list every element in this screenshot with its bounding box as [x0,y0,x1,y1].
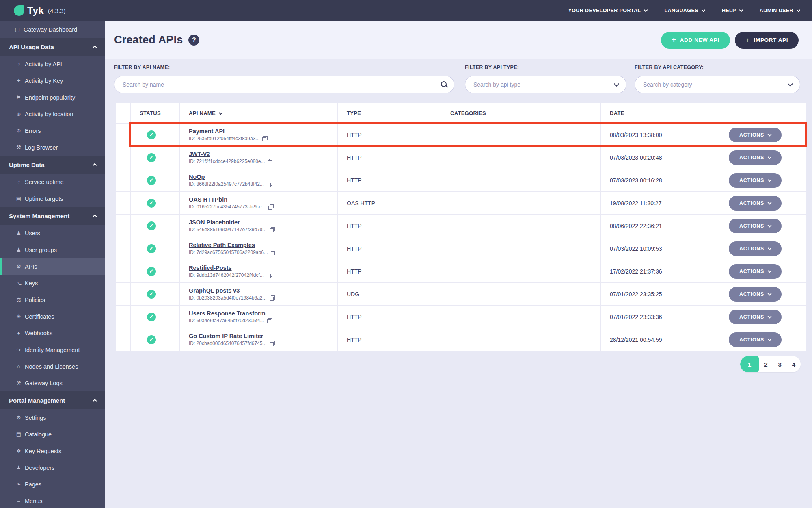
help-icon[interactable]: ? [188,35,199,46]
type-cell: HTTP [338,328,441,351]
sidebar-item-catalogue[interactable]: ▤Catalogue [0,426,105,443]
copy-icon[interactable] [271,250,276,255]
copy-icon[interactable] [268,204,274,210]
sidebar-item-keys[interactable]: ⌥Keys [0,275,105,291]
globe-icon: ⊕ [15,111,23,117]
api-name-link-relative-path-examples[interactable]: Relative Path Examples [189,242,255,248]
date-value: 19/08/2022 11:30:27 [610,200,661,206]
sidebar-item-users[interactable]: ♟Users [0,225,105,241]
copy-icon[interactable] [267,318,272,323]
add-new-api-button[interactable]: + ADD NEW API [661,32,730,49]
actions-button[interactable]: ACTIONS [729,264,782,279]
categories-cell [441,169,601,191]
copy-icon[interactable] [267,182,272,187]
sidebar-item-nodes-and-licenses[interactable]: ⌂Nodes and Licenses [0,358,105,375]
filter-category-label: FILTER BY API CATEGORY: [635,65,800,70]
user-icon: ♟ [15,230,23,236]
tyk-logo[interactable]: Tyk (4.3.3) [14,5,65,16]
actions-cell: ACTIONS [704,237,806,260]
actions-button[interactable]: ACTIONS [729,241,782,256]
actions-button[interactable]: ACTIONS [729,128,782,142]
sidebar-item-certificates[interactable]: ✳Certificates [0,308,105,325]
sidebar-item-gateway-logs[interactable]: ⚒Gateway Logs [0,375,105,391]
sidebar-item-key-requests[interactable]: ❖Key Requests [0,443,105,459]
api-name-link-oas-httpbin[interactable]: OAS HTTPbin [189,196,227,203]
sidebar-item-errors[interactable]: ⊘Errors [0,122,105,139]
page-2[interactable]: 2 [759,356,773,372]
copy-icon[interactable] [270,295,275,301]
date-cell: 19/08/2022 11:30:27 [601,192,704,214]
page-1[interactable]: 1 [740,356,759,372]
api-id-text: ID: 20cbad000d654076457fd6745... [189,341,267,346]
sidebar-item-activity-by-location[interactable]: ⊕Activity by location [0,106,105,122]
actions-label: ACTIONS [739,314,764,320]
api-name-cell: JSON PlaceholderID: 546e885199c947147e7f… [180,215,338,237]
copy-icon[interactable] [270,341,275,346]
sort-chevron-icon[interactable] [219,111,223,115]
copy-icon[interactable] [270,227,275,232]
copy-icon[interactable] [267,273,272,278]
sidebar-item-endpoint-popularity[interactable]: ⚑Endpoint popularity [0,89,105,106]
sidebar-item-label: Endpoint popularity [25,94,75,101]
sidebar-item-policies[interactable]: ⚖Policies [0,291,105,308]
actions-button[interactable]: ACTIONS [729,196,782,211]
api-name-link-graphql-posts-v3[interactable]: GraphQL posts v3 [189,287,240,294]
api-name-link-users-response-transform[interactable]: Users Response Transform [189,310,266,317]
nav-admin-user[interactable]: ADMIN USER [760,8,800,13]
actions-cell: ACTIONS [704,192,806,214]
sidebar-section-portal-management[interactable]: Portal Management [0,391,105,409]
api-name-link-json-placeholder[interactable]: JSON Placeholder [189,219,240,226]
sidebar-item-uptime-targets[interactable]: ▤Uptime targets [0,190,105,207]
sidebar-section-system-management[interactable]: System Management [0,207,105,225]
nav-languages[interactable]: LANGUAGES [664,8,704,13]
sidebar-section-api-usage-data[interactable]: API Usage Data [0,38,105,56]
search-by-type-select[interactable]: Search by api type [465,76,626,93]
sidebar-item-settings[interactable]: ⚙Settings [0,409,105,426]
api-name-link-go-custom-ip-rate-limiter[interactable]: Go Custom IP Rate Limiter [189,333,263,339]
nav-your-developer-portal[interactable]: YOUR DEVELOPER PORTAL [568,8,647,13]
copy-icon[interactable] [268,159,273,164]
gauge-icon: ◔ [15,61,23,67]
status-active-check-icon: ✓ [147,153,156,162]
page-3[interactable]: 3 [773,356,786,372]
sidebar-item-pages[interactable]: ❧Pages [0,476,105,493]
api-name-link-restified-posts[interactable]: Restified-Posts [189,265,232,271]
status-active-check-icon: ✓ [147,335,156,344]
type-value: HTTP [347,177,362,184]
search-by-name-input[interactable] [114,76,454,93]
sidebar-item-log-browser[interactable]: ⚒Log Browser [0,139,105,156]
sidebar-item-gateway-dashboard[interactable]: ▢Gateway Dashboard [0,21,105,38]
page-4[interactable]: 4 [787,356,801,372]
chevron-up-icon [93,215,97,219]
sidebar-item-activity-by-api[interactable]: ◔Activity by API [0,56,105,72]
sidebar-section-uptime-data[interactable]: Uptime Data [0,156,105,174]
sidebar-item-identity-management[interactable]: ↪Identity Management [0,341,105,358]
search-by-category-select[interactable]: Search by category [635,76,800,93]
actions-button[interactable]: ACTIONS [729,150,782,165]
import-api-button[interactable]: ↑ IMPORT API [735,32,799,49]
nav-help[interactable]: HELP [722,8,743,13]
type-value: UDG [347,291,359,297]
sidebar-item-service-uptime[interactable]: ◔Service uptime [0,174,105,190]
sidebar-item-user-groups[interactable]: ♟User groups [0,241,105,258]
api-id: ID: 7d29ac67565045706a2209ab6... [189,250,276,255]
sidebar-item-label: APIs [25,263,37,270]
api-name-link-payment-api[interactable]: Payment API [189,128,225,135]
api-name-link-noop[interactable]: NoOp [189,174,205,180]
actions-button[interactable]: ACTIONS [729,310,782,324]
api-name-link-jwt-v2[interactable]: JWT-V2 [189,151,210,157]
sidebar-item-label: Identity Management [25,347,80,353]
actions-button[interactable]: ACTIONS [729,219,782,233]
sidebar-item-apis[interactable]: ⚙APIs [0,258,105,275]
sidebar-item-developers[interactable]: ♟Developers [0,459,105,476]
column-header-api-name: API NAME [180,103,338,123]
actions-button[interactable]: ACTIONS [729,332,782,347]
sidebar-item-webhooks[interactable]: ♦Webhooks [0,325,105,341]
actions-button[interactable]: ACTIONS [729,173,782,188]
filter-by-category: FILTER BY API CATEGORY: Search by catego… [635,65,800,93]
copy-icon[interactable] [262,136,268,141]
actions-button[interactable]: ACTIONS [729,287,782,302]
chevron-down-icon [768,337,772,341]
sidebar-item-activity-by-key[interactable]: ✦Activity by Key [0,72,105,89]
sidebar-item-menus[interactable]: ≡Menus [0,493,105,508]
